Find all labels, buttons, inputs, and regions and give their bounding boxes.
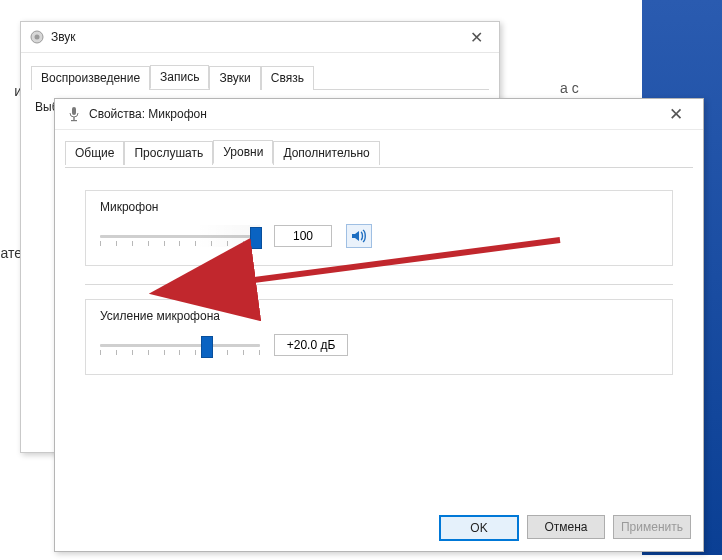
tab-listen[interactable]: Прослушать <box>124 141 213 165</box>
tab-levels[interactable]: Уровни <box>213 140 273 164</box>
ok-button[interactable]: OK <box>439 515 519 541</box>
svg-rect-3 <box>73 117 74 120</box>
speaker-icon <box>29 29 45 45</box>
mic-boost-slider[interactable] <box>100 332 260 358</box>
mic-boost-group: Усиление микрофона +20.0 дБ <box>85 299 673 375</box>
cancel-button[interactable]: Отмена <box>527 515 605 539</box>
tab-sounds[interactable]: Звуки <box>209 66 260 90</box>
mic-level-slider[interactable] <box>100 223 260 249</box>
dialog-buttons: OK Отмена Применить <box>439 515 691 541</box>
background-text: а с <box>560 80 579 96</box>
divider <box>85 284 673 285</box>
background-fragment: и ате <box>0 80 22 264</box>
mic-boost-value[interactable]: +20.0 дБ <box>274 334 348 356</box>
mic-level-thumb[interactable] <box>250 227 262 249</box>
mic-level-label: Микрофон <box>100 200 158 214</box>
tab-advanced[interactable]: Дополнительно <box>273 141 379 165</box>
mic-properties-window: Свойства: Микрофон ✕ Общие Прослушать Ур… <box>54 98 704 552</box>
mic-boost-thumb[interactable] <box>201 336 213 358</box>
svg-rect-2 <box>72 107 76 115</box>
microphone-icon <box>67 106 81 122</box>
sound-tabs: Воспроизведение Запись Звуки Связь <box>31 65 489 90</box>
volume-icon <box>351 229 367 243</box>
svg-rect-4 <box>71 120 77 121</box>
tab-communications[interactable]: Связь <box>261 66 314 90</box>
tab-general[interactable]: Общие <box>65 141 124 165</box>
mic-boost-label: Усиление микрофона <box>100 309 220 323</box>
prop-tabs: Общие Прослушать Уровни Дополнительно <box>65 140 693 164</box>
tab-playback[interactable]: Воспроизведение <box>31 66 150 90</box>
close-icon[interactable]: ✕ <box>462 28 491 47</box>
mic-level-value[interactable]: 100 <box>274 225 332 247</box>
sound-window-title: Звук <box>51 30 76 44</box>
mute-button[interactable] <box>346 224 372 248</box>
mic-level-group: Микрофон 100 <box>85 190 673 266</box>
levels-panel: Микрофон 100 <box>65 167 693 503</box>
svg-point-1 <box>35 35 40 40</box>
tab-record[interactable]: Запись <box>150 65 209 89</box>
apply-button: Применить <box>613 515 691 539</box>
prop-window-title: Свойства: Микрофон <box>89 107 207 121</box>
close-icon[interactable]: ✕ <box>655 100 697 129</box>
